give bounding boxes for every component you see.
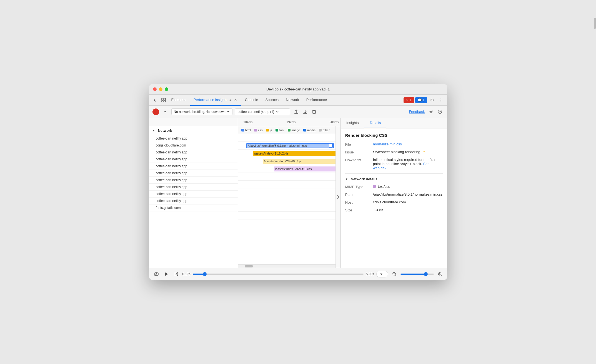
timeline-row [238, 212, 335, 219]
tabs-bar: Elements Performance insights ▲ ✕ Consol… [149, 95, 447, 106]
timeline-row[interactable]: /assets/index.8d6c6f18.css [238, 165, 335, 173]
tab-details[interactable]: Details [364, 118, 387, 128]
svg-rect-1 [164, 98, 166, 100]
host-value: cdnjs.cloudflare.com [373, 200, 443, 204]
list-item[interactable]: coffee-cart.netlify.app [149, 135, 238, 142]
maximize-button[interactable] [165, 87, 168, 91]
svg-point-7 [440, 112, 440, 113]
tick-192ms: 192ms [287, 120, 296, 124]
tab-performance-insights[interactable]: Performance insights ▲ ✕ [190, 95, 241, 106]
timeline-row[interactable]: /ajax/libs/normalize/8.0.1/normalize.min… [238, 142, 335, 150]
record-indicator-icon: ▲ [229, 98, 232, 102]
start-time-label: 0.17s [182, 272, 191, 276]
playback-slider-container [193, 274, 364, 275]
bar-vendor-js[interactable]: /assets/vendor.728ed0d7.js [263, 159, 335, 164]
skip-start-icon[interactable] [172, 270, 180, 278]
close-button[interactable] [153, 87, 157, 91]
svg-rect-8 [154, 273, 158, 275]
network-header: ▼ Network [149, 126, 238, 135]
error-badge-button[interactable]: ✕ 1 [404, 97, 414, 103]
section-title: Render blocking CSS [345, 133, 443, 138]
timeline-ticks: 184ms 192ms 200ms [238, 118, 340, 126]
network-expand-icon[interactable]: ▼ [152, 129, 155, 132]
bar-normalize-css[interactable]: /ajax/libs/normalize/8.0.1/normalize.min… [246, 143, 334, 148]
tab-elements[interactable]: Elements [168, 95, 190, 106]
window-controls[interactable] [153, 87, 168, 91]
screenshot-icon[interactable] [152, 270, 160, 278]
timeline-header: 184ms 192ms 200ms [149, 118, 340, 126]
tick-184ms: 184ms [244, 120, 253, 124]
list-item[interactable]: coffee-cart.netlify.app [149, 149, 238, 156]
message-badge-button[interactable]: 💬 1 [415, 97, 427, 103]
tab-network[interactable]: Network [282, 95, 302, 106]
zoom-out-icon[interactable] [390, 270, 398, 278]
tab-close-icon[interactable]: ✕ [233, 98, 238, 102]
list-item[interactable]: coffee-cart.netlify.app [149, 170, 238, 177]
legend-js: js [266, 128, 272, 132]
network-details-header[interactable]: ▼ Network details [345, 177, 443, 181]
cursor-icon[interactable] [151, 96, 159, 104]
record-button[interactable] [152, 108, 159, 115]
detail-mime-row: MIME Type text/css [345, 184, 443, 189]
settings-icon[interactable]: ⚙ [428, 96, 436, 104]
bar-index-js[interactable]: /assets/index.41f18c2b.js [253, 151, 335, 156]
timeline-row [238, 173, 335, 181]
minimize-button[interactable] [159, 87, 162, 91]
list-item[interactable]: coffee-cart.netlify.app [149, 184, 238, 191]
tab-insights[interactable]: Insights [341, 118, 364, 128]
list-item[interactable]: coffee-cart.netlify.app [149, 156, 238, 163]
detail-host-row: Host cdnjs.cloudflare.com [345, 200, 443, 204]
help-icon[interactable] [436, 108, 444, 116]
playback-speed-button[interactable]: x1 [376, 271, 388, 277]
html-dot [241, 129, 244, 132]
legend-other: other [319, 128, 330, 132]
timeline-row[interactable]: /assets/vendor.728ed0d7.js [238, 157, 335, 165]
title-bar: DevTools - coffee-cart.netlify.app/?ad=1 [149, 84, 447, 95]
network-sidebar: ▼ Network coffee-cart.netlify.app cdnjs.… [149, 126, 238, 268]
download-icon[interactable] [301, 108, 309, 116]
list-item[interactable]: coffee-cart.netlify.app [149, 191, 238, 198]
url-select[interactable]: coffee-cart.netlify.app (1) [235, 108, 290, 115]
panel-content: Render blocking CSS File normalize.min.c… [341, 128, 447, 268]
image-dot [288, 129, 291, 132]
toolbar: ▼ No network throttling, 4× slowdown cof… [149, 106, 447, 118]
bar-index-css[interactable]: /assets/index.8d6c6f18.css [274, 166, 335, 171]
list-item[interactable]: fonts.gstatic.com [149, 204, 238, 211]
expand-arrow-right[interactable] [335, 126, 340, 268]
how-to-fix-value: Inline critical styles required for the … [373, 158, 443, 170]
list-item[interactable]: cdnjs.cloudflare.com [149, 142, 238, 149]
playback-slider[interactable] [193, 274, 364, 275]
timeline-row [238, 204, 335, 212]
tabs-right-area: ✕ 1 💬 1 ⚙ ⋮ [404, 96, 445, 104]
inspect-icon[interactable] [160, 96, 167, 104]
svg-rect-0 [162, 98, 163, 100]
zoom-in-icon[interactable] [436, 270, 444, 278]
play-icon[interactable] [162, 270, 170, 278]
more-options-icon[interactable]: ⋮ [437, 96, 445, 104]
tab-sources[interactable]: Sources [262, 95, 282, 106]
list-item[interactable]: coffee-cart.netlify.app [149, 177, 238, 184]
timeline-row[interactable]: /assets/index.41f18c2b.js [238, 150, 335, 157]
tab-performance[interactable]: Performance [303, 95, 330, 106]
media-dot [303, 129, 306, 132]
feedback-button[interactable]: Feedback [409, 110, 425, 114]
legend-html: html [241, 128, 251, 132]
toolbar-right-icons [427, 108, 444, 116]
throttle-select[interactable]: No network throttling, 4× slowdown [171, 108, 232, 115]
svg-rect-2 [162, 100, 163, 102]
zoom-slider[interactable] [400, 274, 434, 275]
panel-tabs: Insights Details [341, 118, 447, 128]
end-time-label: 5.93s [366, 272, 374, 276]
timeline-row [238, 134, 335, 142]
record-dropdown-icon[interactable]: ▼ [161, 108, 169, 116]
settings-gear-icon[interactable] [427, 108, 435, 116]
scroll-thumb-h[interactable] [245, 265, 253, 267]
list-item[interactable]: coffee-cart.netlify.app [149, 163, 238, 170]
issue-value: Stylesheet blocking rendering ⚠ [373, 150, 443, 154]
mime-value: text/css [373, 184, 443, 189]
tab-console[interactable]: Console [242, 95, 262, 106]
file-link[interactable]: normalize.min.css [373, 142, 402, 146]
list-item[interactable]: coffee-cart.netlify.app [149, 198, 238, 204]
delete-icon[interactable] [310, 108, 318, 116]
upload-icon[interactable] [292, 108, 300, 116]
